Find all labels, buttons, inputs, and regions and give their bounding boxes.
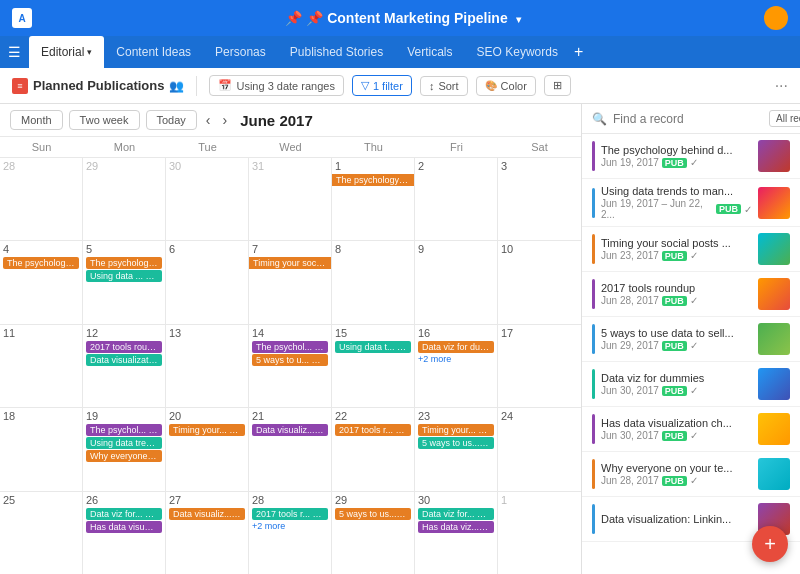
- event-pill[interactable]: Data visualiz... PUB ✓: [169, 508, 245, 520]
- event-pill[interactable]: 2017 tools roundup DRAFT 🏔: [86, 341, 162, 353]
- calendar-day[interactable]: 17: [498, 325, 581, 407]
- event-pill[interactable]: +2 more: [252, 521, 328, 531]
- event-pill[interactable]: Data visualiz... EDIT 🏔: [252, 424, 328, 436]
- event-pill[interactable]: 5 ways to u... DRAFT...: [252, 354, 328, 366]
- list-item[interactable]: Timing your social posts ...Jun 23, 2017…: [582, 227, 800, 272]
- list-item[interactable]: Using data trends to man...Jun 19, 2017 …: [582, 179, 800, 227]
- expand-button[interactable]: ⊞: [544, 75, 571, 96]
- calendar-day[interactable]: 5The psychology ... DRAFT 🏔Using data ..…: [83, 241, 166, 323]
- record-thumbnail: [758, 323, 790, 355]
- check-icon: ✓: [690, 385, 698, 396]
- event-pill[interactable]: 2017 tools r... PUB ✓: [252, 508, 328, 520]
- sort-button[interactable]: ↕ Sort: [420, 76, 468, 96]
- day-number: 30: [169, 160, 245, 172]
- filter-button[interactable]: ▽ 1 filter: [352, 75, 412, 96]
- calendar-day[interactable]: 6: [166, 241, 249, 323]
- event-pill[interactable]: The psychology behind data viz DRAFT 🏔: [332, 174, 414, 186]
- tab-personas[interactable]: Personas: [203, 36, 278, 68]
- calendar-day[interactable]: 11: [0, 325, 83, 407]
- event-pill[interactable]: 2017 tools r... EDIT 🏔: [335, 424, 411, 436]
- color-button[interactable]: 🎨 Color: [476, 76, 536, 96]
- calendar-day[interactable]: 20Timing your... EDIT 🏔: [166, 408, 249, 490]
- calendar-day[interactable]: 4The psychology ... DRAFT 🏔: [0, 241, 83, 323]
- event-pill[interactable]: Timing your social posts for success DRA…: [249, 257, 331, 269]
- calendar-day[interactable]: 295 ways to us... PUB ✓: [332, 492, 415, 574]
- list-item[interactable]: The psychology behind d...Jun 19, 2017 P…: [582, 134, 800, 179]
- event-pill[interactable]: 5 ways to us... PUB ✓: [335, 508, 411, 520]
- event-pill[interactable]: Has data viz... PUB ✓: [418, 521, 494, 533]
- calendar-day[interactable]: 31: [249, 158, 332, 240]
- event-pill[interactable]: Timing your... EDIT 🏔: [169, 424, 245, 436]
- list-item[interactable]: Has data visualization ch...Jun 30, 2017…: [582, 407, 800, 452]
- list-item[interactable]: Data viz for dummiesJun 30, 2017 PUB ✓: [582, 362, 800, 407]
- event-pill[interactable]: The psychology ... DRAFT 🏔: [86, 257, 162, 269]
- calendar-day[interactable]: 8: [332, 241, 415, 323]
- tab-seo-keywords[interactable]: SEO Keywords: [465, 36, 570, 68]
- next-month-button[interactable]: ›: [220, 112, 231, 128]
- event-pill[interactable]: Data viz for dummies DRAFT 🏔: [418, 341, 494, 353]
- calendar-day[interactable]: 10: [498, 241, 581, 323]
- calendar-day[interactable]: 19The psychol... PUB ✓Using data trends …: [83, 408, 166, 490]
- calendar-day[interactable]: 13: [166, 325, 249, 407]
- calendar-day[interactable]: 2: [415, 158, 498, 240]
- hamburger-icon[interactable]: ☰: [8, 44, 21, 60]
- month-view-button[interactable]: Month: [10, 110, 63, 130]
- calendar-day[interactable]: 27Data visualiz... PUB ✓: [166, 492, 249, 574]
- calendar-day[interactable]: 23Timing your... PUB ✓5 ways to us... ED…: [415, 408, 498, 490]
- event-pill[interactable]: Data viz for... EDIT 🏔: [86, 508, 162, 520]
- calendar-day[interactable]: 122017 tools roundup DRAFT 🏔Data visuali…: [83, 325, 166, 407]
- list-item[interactable]: Why everyone on your te...Jun 28, 2017 P…: [582, 452, 800, 497]
- calendar-day[interactable]: 282017 tools r... PUB ✓+2 more: [249, 492, 332, 574]
- find-record-input[interactable]: [613, 112, 763, 126]
- event-pill[interactable]: +2 more: [418, 354, 494, 364]
- day-number: 4: [3, 243, 79, 255]
- prev-month-button[interactable]: ‹: [203, 112, 214, 128]
- list-item[interactable]: 2017 tools roundupJun 28, 2017 PUB ✓: [582, 272, 800, 317]
- calendar-day[interactable]: 7Timing your social posts for success DR…: [249, 241, 332, 323]
- two-week-view-button[interactable]: Two week: [69, 110, 140, 130]
- event-pill[interactable]: Timing your... PUB ✓: [418, 424, 494, 436]
- add-record-button[interactable]: +: [752, 526, 788, 562]
- calendar-day[interactable]: 30: [166, 158, 249, 240]
- event-pill[interactable]: The psychol... PUB ✓: [86, 424, 162, 436]
- calendar-day[interactable]: 21Data visualiz... EDIT 🏔: [249, 408, 332, 490]
- event-pill[interactable]: 5 ways to us... EDIT 🏔: [418, 437, 494, 449]
- list-item[interactable]: 5 ways to use data to sell...Jun 29, 201…: [582, 317, 800, 362]
- event-pill[interactable]: Data visualization: Linking left brain &…: [86, 354, 162, 366]
- calendar-day[interactable]: 15Using data t... EDIT 🏔: [332, 325, 415, 407]
- calendar-day[interactable]: 16Data viz for dummies DRAFT 🏔+2 more: [415, 325, 498, 407]
- calendar-day[interactable]: 30Data viz for... PUB ✓Has data viz... P…: [415, 492, 498, 574]
- date-range-button[interactable]: 📅 Using 3 date ranges: [209, 75, 343, 96]
- all-records-button[interactable]: All records ▾: [769, 110, 800, 127]
- tab-editorial[interactable]: Editorial ▾: [29, 36, 104, 68]
- calendar-day[interactable]: 222017 tools r... EDIT 🏔: [332, 408, 415, 490]
- calendar-day[interactable]: 28: [0, 158, 83, 240]
- calendar-day[interactable]: 24: [498, 408, 581, 490]
- event-pill[interactable]: The psychol... EDIT 🏔: [252, 341, 328, 353]
- event-pill[interactable]: Using data t... EDIT 🏔: [335, 341, 411, 353]
- calendar-day[interactable]: 25: [0, 492, 83, 574]
- record-meta: Jun 29, 2017 PUB ✓: [601, 340, 752, 351]
- tab-published-stories[interactable]: Published Stories: [278, 36, 395, 68]
- event-pill[interactable]: The psychology ... DRAFT 🏔: [3, 257, 79, 269]
- event-pill[interactable]: Using data ... DRAFT...: [86, 270, 162, 282]
- event-pill[interactable]: Has data visualization changed the busin…: [86, 521, 162, 533]
- calendar-day[interactable]: 29: [83, 158, 166, 240]
- today-button[interactable]: Today: [146, 110, 197, 130]
- filter-icon: ▽: [361, 79, 369, 92]
- event-pill[interactable]: Data viz for... PUB ✓: [418, 508, 494, 520]
- tab-verticals[interactable]: Verticals: [395, 36, 464, 68]
- app-title: 📌 📌 Content Marketing Pipeline ▾: [42, 10, 764, 26]
- calendar-day[interactable]: 18: [0, 408, 83, 490]
- event-pill[interactable]: Using data trends to manage your merchan…: [86, 437, 162, 449]
- calendar-day[interactable]: 14The psychol... EDIT 🏔5 ways to u... DR…: [249, 325, 332, 407]
- tab-content-ideas[interactable]: Content Ideas: [104, 36, 203, 68]
- calendar-day[interactable]: 1: [498, 492, 581, 574]
- calendar-day[interactable]: 9: [415, 241, 498, 323]
- more-options-button[interactable]: ···: [775, 77, 788, 95]
- calendar-day[interactable]: 1The psychology behind data viz DRAFT 🏔: [332, 158, 415, 240]
- event-pill[interactable]: Why everyone on your team need... DRAFT …: [86, 450, 162, 462]
- add-tab-button[interactable]: +: [574, 43, 583, 61]
- calendar-day[interactable]: 26Data viz for... EDIT 🏔Has data visuali…: [83, 492, 166, 574]
- calendar-day[interactable]: 3: [498, 158, 581, 240]
